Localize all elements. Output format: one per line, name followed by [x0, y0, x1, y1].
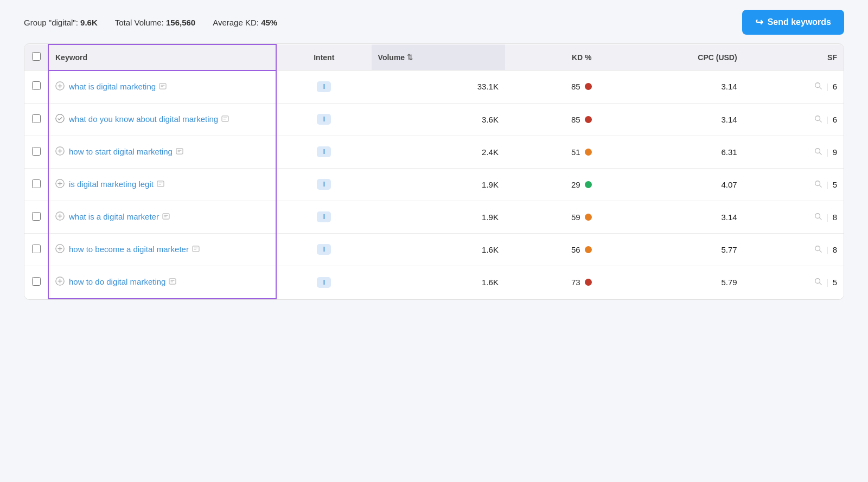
keyword-cell: is digital marketing legit: [48, 168, 276, 201]
keyword-tag-icon: [159, 83, 167, 91]
sf-content: |8: [750, 245, 837, 254]
volume-cell: 1.6K: [372, 266, 505, 299]
table-row: what is digital marketingI33.1K853.14|6: [24, 70, 844, 104]
kd-cell: 85: [505, 103, 598, 136]
header-intent: Intent: [276, 44, 372, 70]
row-checkbox[interactable]: [32, 245, 41, 253]
sf-divider: |: [826, 278, 828, 287]
intent-cell: I: [276, 103, 372, 136]
intent-cell: I: [276, 233, 372, 266]
keyword-tag-icon: [169, 278, 176, 286]
total-volume-value: 156,560: [166, 18, 195, 27]
keywords-table-wrapper: Keyword Intent Volume ⇅ KD %: [24, 43, 844, 300]
keyword-cell: how to do digital marketing: [48, 266, 276, 299]
cpc-cell: 3.14: [598, 103, 744, 136]
row-checkbox-cell: [24, 168, 48, 201]
svg-line-7: [819, 87, 821, 89]
keyword-cell: how to start digital marketing: [48, 136, 276, 168]
kd-cell: 29: [505, 168, 598, 201]
row-checkbox[interactable]: [32, 147, 41, 156]
sf-content: |8: [750, 213, 837, 222]
row-checkbox[interactable]: [32, 114, 41, 123]
keyword-text[interactable]: how to do digital marketing: [69, 277, 165, 286]
plus-circle-icon: [55, 179, 65, 191]
row-checkbox[interactable]: [32, 212, 41, 221]
sf-search-icon: [814, 115, 822, 124]
sf-cell: |6: [744, 70, 844, 104]
row-checkbox[interactable]: [32, 277, 41, 286]
header-cpc: CPC (USD): [598, 44, 744, 70]
sf-divider: |: [826, 213, 828, 222]
keyword-text[interactable]: what do you know about digital marketing: [69, 114, 218, 124]
volume-sort-button[interactable]: Volume ⇅: [378, 53, 413, 62]
svg-line-37: [819, 217, 821, 220]
keyword-text[interactable]: how to start digital marketing: [69, 147, 173, 156]
svg-rect-41: [193, 246, 199, 252]
intent-badge: I: [317, 211, 331, 222]
sf-cell: |5: [744, 266, 844, 299]
keyword-text[interactable]: what is a digital marketer: [69, 212, 159, 221]
svg-line-53: [819, 283, 821, 285]
sf-cell: |8: [744, 233, 844, 266]
cpc-cell: 5.77: [598, 233, 744, 266]
keyword-text[interactable]: is digital marketing legit: [69, 179, 154, 189]
table-row: how to do digital marketingI1.6K735.79|5: [24, 266, 844, 299]
intent-cell: I: [276, 266, 372, 299]
sf-value: 8: [833, 245, 837, 254]
select-all-checkbox[interactable]: [32, 52, 41, 61]
sf-search-icon: [814, 278, 822, 287]
table-row: is digital marketing legitI1.9K294.07|5: [24, 168, 844, 201]
kd-dot: [585, 181, 592, 188]
group-value: 9.6K: [80, 18, 98, 27]
header-kd: KD %: [505, 44, 598, 70]
svg-rect-17: [176, 149, 183, 154]
sf-search-icon: [814, 147, 822, 157]
total-volume-stat: Total Volume: 156,560: [115, 18, 195, 27]
keyword-text[interactable]: what is digital marketing: [69, 82, 156, 91]
intent-badge: I: [317, 277, 331, 288]
avg-kd-label: Average KD:: [213, 18, 259, 27]
volume-cell: 1.9K: [372, 168, 505, 201]
kd-cell: 59: [505, 201, 598, 233]
row-checkbox-cell: [24, 136, 48, 168]
volume-cell: 2.4K: [372, 136, 505, 168]
sf-cell: |5: [744, 168, 844, 201]
sf-content: |5: [750, 180, 837, 189]
cpc-cell: 4.07: [598, 168, 744, 201]
plus-circle-icon: [55, 146, 65, 158]
kd-dot: [585, 214, 592, 221]
sf-value: 6: [833, 115, 837, 124]
svg-line-21: [819, 152, 821, 155]
kd-value: 29: [571, 180, 580, 189]
top-bar-stats: Group "digital": 9.6K Total Volume: 156,…: [24, 18, 277, 27]
total-volume-label: Total Volume:: [115, 18, 164, 27]
keyword-tag-icon: [221, 115, 229, 124]
svg-line-45: [819, 250, 821, 252]
keyword-tag-icon: [157, 181, 164, 189]
header-volume[interactable]: Volume ⇅: [372, 44, 505, 70]
kd-cell: 51: [505, 136, 598, 168]
header-sf: SF: [744, 44, 844, 70]
sf-value: 6: [833, 82, 837, 91]
svg-rect-33: [163, 214, 169, 219]
avg-kd-stat: Average KD: 45%: [213, 18, 277, 27]
row-checkbox[interactable]: [32, 81, 41, 90]
sf-cell: |8: [744, 201, 844, 233]
cpc-cell: 6.31: [598, 136, 744, 168]
plus-circle-icon: [55, 277, 65, 288]
cpc-cell: 3.14: [598, 201, 744, 233]
intent-badge: I: [317, 179, 331, 190]
row-checkbox-cell: [24, 233, 48, 266]
kd-cell: 73: [505, 266, 598, 299]
keyword-text[interactable]: how to become a digital marketer: [69, 245, 189, 254]
kd-value: 73: [571, 278, 580, 287]
sf-divider: |: [826, 115, 828, 124]
table-row: what is a digital marketerI1.9K593.14|8: [24, 201, 844, 233]
svg-line-29: [819, 185, 821, 187]
kd-dot: [585, 246, 592, 253]
sort-icon: ⇅: [407, 53, 413, 61]
send-keywords-button[interactable]: ↪ Send keywords: [742, 10, 844, 35]
kd-dot: [585, 83, 592, 90]
row-checkbox[interactable]: [32, 179, 41, 188]
cpc-cell: 3.14: [598, 70, 744, 104]
